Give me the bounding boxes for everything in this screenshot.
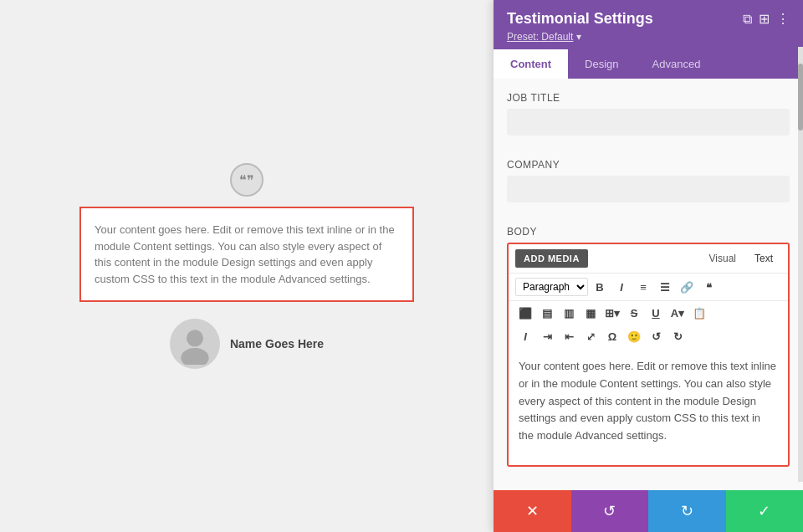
copy-icon[interactable]: ⧉ [743, 12, 752, 27]
text-view-button[interactable]: Text [746, 249, 781, 268]
tabs: Content Design Advanced [494, 49, 803, 79]
italic2-button[interactable]: I [515, 326, 535, 346]
settings-panel: Testimonial Settings ⧉ ⊞ ⋮ Preset: Defau… [494, 0, 803, 532]
preview-panel: ❝❞ Your content goes here. Edit or remov… [0, 0, 494, 532]
settings-title: Testimonial Settings [507, 10, 653, 28]
indent-button[interactable]: ⇥ [537, 326, 557, 346]
settings-header: Testimonial Settings ⧉ ⊞ ⋮ Preset: Defau… [494, 0, 803, 49]
preset-label[interactable]: Preset: Default ▾ [507, 31, 790, 43]
add-media-button[interactable]: ADD MEDIA [515, 249, 588, 268]
tab-advanced[interactable]: Advanced [636, 49, 718, 79]
company-input[interactable] [507, 176, 790, 202]
align-justify-button[interactable]: ▦ [581, 303, 601, 323]
save-button[interactable]: ✓ [726, 490, 804, 532]
avatar-row: Name Goes Here [170, 319, 324, 369]
company-label: Company [507, 159, 790, 171]
ol-button[interactable]: ☰ [655, 277, 675, 297]
undo-button[interactable]: ↺ [571, 490, 649, 532]
outdent-button[interactable]: ⇤ [559, 326, 579, 346]
tab-content[interactable]: Content [494, 49, 568, 79]
header-icons: ⧉ ⊞ ⋮ [743, 11, 790, 27]
body-group: Body ADD MEDIA Visual Text Paragraph B [507, 226, 790, 467]
align-right-button[interactable]: ▥ [559, 303, 579, 323]
omega-button[interactable]: Ω [602, 326, 622, 346]
view-buttons: Visual Text [701, 249, 781, 268]
italic-button[interactable]: I [611, 277, 632, 297]
paste-button[interactable]: 📋 [689, 303, 709, 323]
expand-icon[interactable]: ⊞ [759, 11, 770, 27]
color-button[interactable]: A▾ [667, 303, 688, 323]
link-button[interactable]: 🔗 [677, 277, 697, 297]
avatar [170, 319, 220, 369]
table-button[interactable]: ⊞▾ [602, 303, 622, 323]
blockquote-button[interactable]: ❝ [698, 277, 719, 297]
editor-toolbar-top: ADD MEDIA Visual Text [509, 244, 788, 274]
body-editor: ADD MEDIA Visual Text Paragraph B I ≡ ☰ … [507, 243, 790, 467]
job-title-label: Job Title [507, 92, 790, 104]
svg-point-0 [187, 330, 203, 346]
ul-button[interactable]: ≡ [633, 277, 653, 297]
settings-body: Job Title Company Body ADD MEDIA Visual … [494, 79, 803, 490]
editor-content[interactable]: Your content goes here. Edit or remove t… [509, 348, 788, 465]
redo-toolbar-button[interactable]: ↻ [667, 326, 688, 346]
align-center-button[interactable]: ▤ [537, 303, 557, 323]
format-toolbar-row3: I ⇥ ⇤ ⤢ Ω 🙂 ↺ ↻ [509, 325, 788, 348]
format-toolbar-row2: ⬛ ▤ ▥ ▦ ⊞▾ S U A▾ 📋 [509, 301, 788, 325]
testimonial-name: Name Goes Here [230, 337, 324, 350]
strike-button[interactable]: S [624, 303, 644, 323]
job-title-input[interactable] [507, 109, 790, 136]
visual-view-button[interactable]: Visual [701, 249, 744, 268]
cancel-button[interactable]: ✕ [494, 490, 571, 532]
more-icon[interactable]: ⋮ [776, 11, 790, 27]
scrollbar-track[interactable] [798, 47, 803, 482]
settings-title-row: Testimonial Settings ⧉ ⊞ ⋮ [507, 10, 790, 28]
testimonial-body-text: Your content goes here. Edit or remove t… [95, 223, 395, 285]
underline-button[interactable]: U [646, 303, 666, 323]
bold-button[interactable]: B [590, 277, 610, 297]
paragraph-select[interactable]: Paragraph [515, 278, 588, 296]
format-toolbar-row1: Paragraph B I ≡ ☰ 🔗 ❝ [509, 274, 788, 301]
fullscreen-button[interactable]: ⤢ [581, 326, 601, 346]
undo-toolbar-button[interactable]: ↺ [646, 326, 666, 346]
align-left-button[interactable]: ⬛ [515, 303, 535, 323]
redo-button[interactable]: ↻ [648, 490, 726, 532]
bottom-bar: ✕ ↺ ↻ ✓ [494, 490, 803, 532]
testimonial-preview: ❝❞ Your content goes here. Edit or remov… [63, 146, 431, 386]
body-label: Body [507, 226, 790, 238]
scrollbar-thumb [798, 64, 803, 130]
emoji-button[interactable]: 🙂 [624, 326, 644, 346]
quote-icon: ❝❞ [230, 163, 263, 197]
testimonial-content-box: Your content goes here. Edit or remove t… [79, 207, 414, 302]
job-title-group: Job Title [507, 92, 790, 147]
svg-point-1 [181, 348, 208, 365]
tab-design[interactable]: Design [568, 49, 635, 79]
company-group: Company [507, 159, 790, 214]
